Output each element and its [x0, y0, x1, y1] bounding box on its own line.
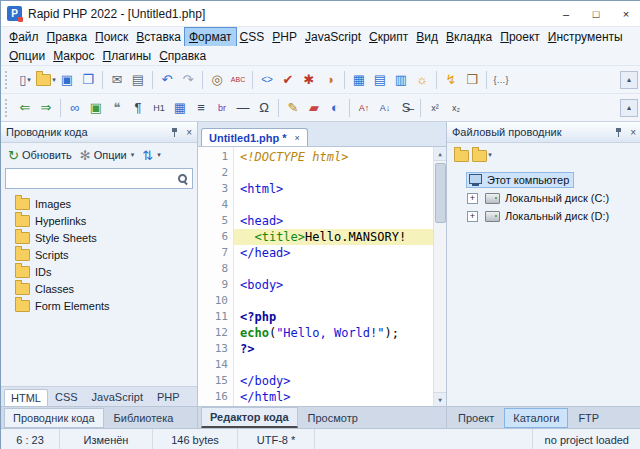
insert-table-icon[interactable]: ▦ [170, 98, 190, 118]
undo-icon[interactable]: ↶ [157, 70, 177, 90]
panel-tab-Проект[interactable]: Проект [450, 409, 502, 427]
omega-icon[interactable]: Ω [254, 98, 274, 118]
expander-icon[interactable]: + [467, 211, 478, 222]
scrollbar-thumb[interactable] [435, 163, 446, 223]
menu-item-CSS[interactable]: CSS [236, 28, 269, 46]
folder-row[interactable]: Classes [1, 280, 197, 297]
braces-icon[interactable]: {…} [491, 70, 511, 90]
menu-item-Справка[interactable]: Справка [155, 47, 210, 65]
panel-close-icon[interactable]: × [186, 127, 192, 138]
code-line[interactable] [234, 357, 433, 373]
code-line[interactable]: <!DOCTYPE html> [234, 149, 433, 165]
expander-icon[interactable]: + [467, 193, 478, 204]
doc-tab-PHP[interactable]: PHP [150, 388, 187, 406]
menu-item-Вид[interactable]: Вид [412, 28, 442, 46]
code-line[interactable]: <title>Hello.MANSORY! [234, 229, 433, 245]
scrollbar-track[interactable] [434, 161, 446, 392]
superscript-icon[interactable]: x² [425, 98, 445, 118]
image-icon[interactable]: ▣ [86, 98, 106, 118]
menu-item-JavaScript[interactable]: JavaScript [301, 28, 365, 46]
open-folder-icon[interactable]: ▾ [36, 70, 56, 90]
code-line[interactable]: echo("Hello, World!"); [234, 325, 433, 341]
back-icon[interactable]: ⇐ [15, 98, 35, 118]
code-line[interactable]: </head> [234, 245, 433, 261]
frames-icon[interactable]: ▥ [391, 70, 411, 90]
menu-item-Проект[interactable]: Проект [496, 28, 544, 46]
menu-item-Макрос[interactable]: Макрос [49, 47, 98, 65]
code-line[interactable] [234, 293, 433, 309]
font-decrease-icon[interactable]: A↓ [375, 98, 395, 118]
toolbar-grip[interactable] [5, 71, 11, 89]
panel-tab-FTP[interactable]: FTP [570, 409, 607, 427]
folder-row[interactable]: Scripts [1, 246, 197, 263]
find-icon[interactable]: ◎ [207, 70, 227, 90]
code-line[interactable]: <html> [234, 181, 433, 197]
refresh-button[interactable]: ↻ Обновить [5, 147, 75, 164]
strikethrough-icon[interactable]: S̶ [396, 98, 416, 118]
colors-icon[interactable]: ◐ [325, 98, 345, 118]
editor-code[interactable]: <!DOCTYPE html><html><head> <title>Hello… [234, 147, 433, 406]
toolbar-overflow-button[interactable]: ▴ [620, 71, 638, 89]
menu-item-Вставка[interactable]: Вставка [132, 28, 185, 46]
tag-icon[interactable]: <> [257, 70, 277, 90]
folder-row[interactable]: Form Elements [1, 297, 197, 314]
code-line[interactable]: <head> [234, 213, 433, 229]
folder-up-icon[interactable] [451, 145, 471, 165]
pin-icon[interactable] [171, 128, 179, 137]
options-button[interactable]: ✻ Опции ▾ [77, 147, 138, 164]
email-icon[interactable]: ✉ [107, 70, 127, 90]
menu-item-Поиск[interactable]: Поиск [91, 28, 132, 46]
line-break-icon[interactable]: br [212, 98, 232, 118]
view-tab-Просмотр[interactable]: Просмотр [300, 409, 366, 427]
file-tree-item[interactable]: +Локальный диск (C:) [447, 189, 640, 207]
subscript-icon[interactable]: x₂ [446, 98, 466, 118]
file-tree-item[interactable]: Этот компьютер [447, 171, 640, 189]
folder-row[interactable]: Hyperlinks [1, 212, 197, 229]
panel-tab-Проводник кода[interactable]: Проводник кода [4, 408, 104, 428]
code-line[interactable] [234, 261, 433, 277]
validate-icon[interactable]: ✔ [278, 70, 298, 90]
redo-icon[interactable]: ↷ [178, 70, 198, 90]
paintbrush-icon[interactable]: ▰ [304, 98, 324, 118]
folder-row[interactable]: Images [1, 195, 197, 212]
code-line[interactable]: ?> [234, 341, 433, 357]
code-line[interactable]: </html> [234, 389, 433, 405]
toolbar-grip[interactable] [5, 99, 11, 117]
panel-tab-Каталоги[interactable]: Каталоги [504, 408, 568, 428]
code-line[interactable] [234, 165, 433, 181]
maximize-button[interactable]: □ [581, 1, 611, 26]
table-icon[interactable]: ▦ [349, 70, 369, 90]
close-button[interactable]: × [611, 1, 640, 26]
snippets-icon[interactable]: ❒ [462, 70, 482, 90]
save-icon[interactable]: ▣ [57, 70, 77, 90]
menu-item-Плагины[interactable]: Плагины [99, 47, 156, 65]
menu-item-Файл[interactable]: Файл [5, 28, 43, 46]
pilcrow-icon[interactable]: ¶ [128, 98, 148, 118]
spellcheck-icon[interactable]: ABC [228, 70, 248, 90]
panel-close-icon[interactable]: × [630, 127, 636, 138]
menu-item-Правка[interactable]: Правка [43, 28, 92, 46]
minimize-button[interactable]: – [551, 1, 581, 26]
toolbar-overflow-button[interactable]: ▴ [620, 99, 638, 117]
heading-icon[interactable]: H1 [149, 98, 169, 118]
menu-item-Вкладка[interactable]: Вкладка [442, 28, 496, 46]
view-tab-Редактор кода[interactable]: Редактор кода [201, 407, 298, 428]
pencil-icon[interactable]: ✎ [283, 98, 303, 118]
list-icon[interactable]: ≡ [191, 98, 211, 118]
menu-item-Скрипт[interactable]: Скрипт [365, 28, 412, 46]
print-icon[interactable]: ▤ [128, 70, 148, 90]
tab-close-icon[interactable]: × [295, 133, 300, 143]
save-all-icon[interactable]: ❐ [78, 70, 98, 90]
sort-button[interactable]: ⇅ ▾ [139, 147, 163, 164]
comment-icon[interactable]: ❝ [107, 98, 127, 118]
menu-item-Формат[interactable]: Формат [185, 28, 236, 46]
folder-row[interactable]: IDs [1, 263, 197, 280]
folder-row[interactable]: Style Sheets [1, 229, 197, 246]
doc-tab-HTML[interactable]: HTML [4, 389, 48, 406]
menu-item-Опции[interactable]: Опции [5, 47, 49, 65]
code-line[interactable]: </body> [234, 373, 433, 389]
link-icon[interactable]: ∞ [65, 98, 85, 118]
panel-tab-Библиотека[interactable]: Библиотека [106, 409, 182, 427]
new-folder-icon[interactable]: ▾ [472, 145, 492, 165]
sun-icon[interactable]: ☼ [412, 70, 432, 90]
